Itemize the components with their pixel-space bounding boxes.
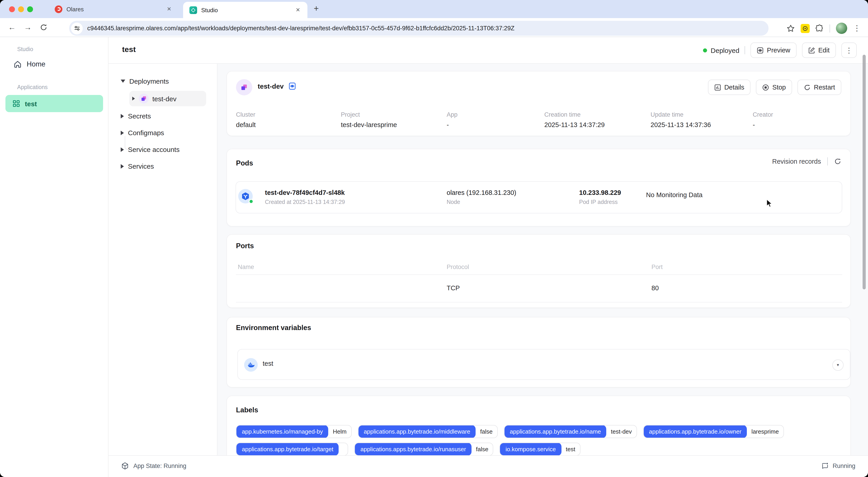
tab-title: Studio [201,6,294,13]
close-tab-icon[interactable]: ✕ [294,6,302,14]
chevron-collapsed-icon[interactable] [132,97,135,100]
reload-icon[interactable] [40,24,48,31]
pods-card: Pods Revision records test-dev-78f49cf4d… [226,149,851,227]
labels-row-1: app.kubernetes.io/managed-by Helm applic… [236,425,784,438]
chevron-collapsed-icon[interactable] [121,114,124,118]
mouse-cursor [766,199,774,208]
header-more-button[interactable]: ⋮ [841,42,857,58]
restart-label: Restart [814,84,835,91]
refresh-icon[interactable] [834,158,841,165]
ports-header-protocol: Protocol [447,264,469,270]
traffic-light-minimize[interactable] [18,6,24,12]
overview-actions: Details Stop Restart [708,80,841,95]
tree-label: Configmaps [128,129,164,137]
bookmark-star-icon[interactable] [786,24,795,32]
sidebar-item-test[interactable]: test [5,95,103,112]
preview-badge-icon[interactable] [288,82,296,90]
sidebar-item-home[interactable]: Home [13,60,45,68]
edit-button[interactable]: Edit [802,42,836,58]
url-text[interactable]: c9446345.laresprime.olares.com/app/test/… [87,25,515,32]
preview-button[interactable]: Preview [751,42,797,58]
ports-title: Ports [236,242,254,250]
pod-ip: 10.233.98.229 [579,189,621,196]
chevron-down-icon[interactable]: ▼ [832,359,844,371]
pod-name[interactable]: test-dev-78f49cf4d7-sl48k [265,189,345,196]
meta-label: App [447,111,458,118]
tree-label: test-dev [152,95,177,102]
preview-label: Preview [767,47,790,54]
site-settings-icon[interactable] [71,22,83,34]
extension-yellow-icon[interactable] [801,24,810,33]
scrollbar-thumb[interactable] [863,55,866,289]
env-card: Environment variables test ▼ [226,317,851,387]
chevron-collapsed-icon[interactable] [121,130,124,135]
meta-update-time: Update time 2025-11-13 14:37:36 [651,111,711,128]
browser-window: Olares ✕ Studio ✕ + ← → c9446345.larespr… [0,0,868,477]
pod-name-col: test-dev-78f49cf4d7-sl48k Created at 202… [265,189,345,205]
home-icon [13,60,22,68]
sidebar-item-label: test [25,100,37,108]
pod-created: Created at 2025-11-13 14:37:29 [265,199,345,205]
env-container-row[interactable]: test ▼ [237,349,850,380]
details-chart-icon [714,84,721,91]
cube-icon [121,462,129,470]
port-cell-protocol: TCP [447,285,460,292]
label-key: applications.apps.bytetrade.io/runasuser [355,443,471,455]
tree-item-configmaps[interactable]: Configmaps [121,129,164,137]
labels-row-2: applications.app.bytetrade.io/target app… [236,443,580,455]
meta-label: Creator [753,111,773,118]
labels-title: Labels [236,406,258,414]
address-bar[interactable]: c9446345.laresprime.olares.com/app/test/… [69,21,769,36]
browser-menu-icon[interactable]: ⋮ [853,24,861,33]
label-chip: app.kubernetes.io/managed-by Helm [236,425,351,438]
restart-button[interactable]: Restart [798,80,842,95]
details-label: Details [724,84,744,91]
pods-actions: Revision records [772,157,841,166]
header-divider [745,46,745,54]
meta-value: - [447,121,458,128]
tab-studio[interactable]: Studio ✕ [183,2,307,18]
label-value: Helm [328,428,351,435]
chevron-expanded-icon[interactable] [121,80,125,83]
container-docker-icon [244,358,258,371]
profile-avatar[interactable] [836,23,847,34]
label-value: false [475,428,497,435]
tree-label: Secrets [128,112,151,120]
meta-value: - [753,121,773,128]
chevron-collapsed-icon[interactable] [121,147,124,152]
chevron-collapsed-icon[interactable] [121,164,124,169]
details-button[interactable]: Details [708,80,751,95]
tree-item-test-dev[interactable]: test-dev [129,91,206,106]
tree-item-services[interactable]: Services [121,162,154,170]
meta-label: Cluster [236,111,256,118]
tab-olares[interactable]: Olares ✕ [48,0,179,18]
stop-button[interactable]: Stop [756,80,792,95]
sidebar-section-studio: Studio [17,46,33,53]
label-chip: applications.app.bytetrade.io/middleware… [358,425,498,438]
toolbar-divider [830,24,830,32]
traffic-light-zoom[interactable] [27,6,33,12]
tree-item-deployments[interactable]: Deployments [121,77,169,85]
app-header: test Deployed Preview Edit ⋮ [108,37,868,64]
tree-item-service-accounts[interactable]: Service accounts [121,146,180,153]
meta-label: Project [341,111,397,118]
pod-monitoring: No Monitoring Data [646,191,703,199]
label-value: test [561,446,580,453]
label-key: applications.app.bytetrade.io/owner [644,425,747,438]
meta-app: App - [447,111,458,128]
label-chip: io.kompose.service test [500,443,581,455]
traffic-light-close[interactable] [9,6,15,12]
extensions-puzzle-icon[interactable] [815,24,824,32]
edit-label: Edit [818,47,830,54]
meta-value: 2025-11-13 14:37:29 [544,121,604,128]
close-tab-icon[interactable]: ✕ [165,5,173,13]
page-title: test [122,45,135,54]
label-value: test-dev [607,428,637,435]
tab-strip: Olares ✕ Studio ✕ + [0,0,868,18]
runtime-state[interactable]: Running [821,462,855,469]
forward-icon[interactable]: → [24,23,32,32]
back-icon[interactable]: ← [8,23,16,32]
revision-records-link[interactable]: Revision records [772,158,821,165]
tree-item-secrets[interactable]: Secrets [121,112,151,120]
new-tab-button[interactable]: + [314,4,319,13]
